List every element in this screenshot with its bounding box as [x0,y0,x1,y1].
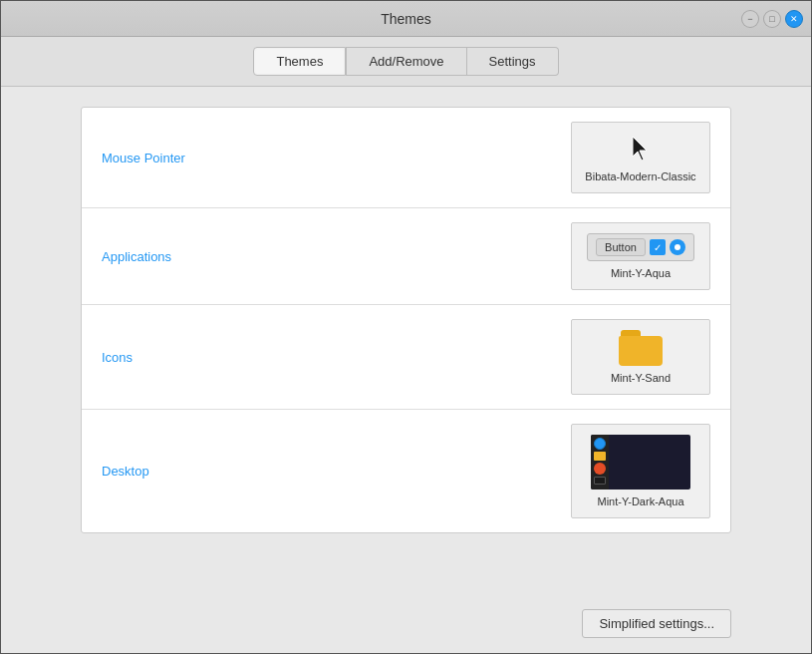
desktop-preview[interactable]: Mint-Y-Dark-Aqua [571,424,710,518]
taskbar-app-icon [594,463,606,475]
simplified-settings-button[interactable]: Simplified settings... [582,609,731,638]
applications-theme-name: Mint-Y-Aqua [611,267,671,279]
folder-icon [619,330,663,366]
desktop-taskbar [591,435,609,490]
window-title: Themes [381,11,431,27]
table-row: Desktop Mint-Y-Dark-Aqua [82,410,730,532]
tab-add-remove[interactable]: Add/Remove [346,47,466,76]
maximize-button[interactable]: □ [763,10,781,28]
bottom-actions: Simplified settings... [1,594,811,653]
radio-inner [675,244,680,250]
icons-label[interactable]: Icons [102,350,571,365]
table-row: Mouse Pointer Bibata-Modern-Classic [82,108,730,208]
folder-body [619,336,663,366]
desktop-preview-img [591,435,690,490]
titlebar: Themes − □ ✕ [1,1,811,37]
preview-radio [670,239,685,255]
theme-table: Mouse Pointer Bibata-Modern-Classic Appl… [81,107,731,533]
applications-label[interactable]: Applications [102,249,571,264]
minimize-button[interactable]: − [741,10,759,28]
table-row: Applications Button ✓ Mint-Y-Aqua [82,208,730,305]
icons-preview[interactable]: Mint-Y-Sand [571,319,710,395]
desktop-theme-name: Mint-Y-Dark-Aqua [597,495,683,507]
applications-preview[interactable]: Button ✓ Mint-Y-Aqua [571,222,710,290]
taskbar-terminal-icon [594,477,606,485]
preview-checkbox: ✓ [650,239,666,255]
icons-theme-name: Mint-Y-Sand [611,372,671,384]
preview-button: Button [596,238,646,256]
tab-bar: Themes Add/Remove Settings [1,37,811,87]
taskbar-folder-icon [594,452,606,461]
tab-settings[interactable]: Settings [467,47,559,76]
close-button[interactable]: ✕ [785,10,803,28]
mouse-pointer-label[interactable]: Mouse Pointer [102,151,571,165]
content-area: Mouse Pointer Bibata-Modern-Classic Appl… [1,87,811,594]
window: Themes − □ ✕ Themes Add/Remove Settings … [0,0,812,654]
app-widget-preview: Button ✓ [587,233,694,261]
desktop-label[interactable]: Desktop [102,464,571,479]
table-row: Icons Mint-Y-Sand [82,305,730,410]
mouse-pointer-preview[interactable]: Bibata-Modern-Classic [571,122,710,193]
cursor-svg-icon [629,135,653,163]
mint-logo-icon [594,438,606,450]
cursor-icon [627,133,655,164]
window-controls: − □ ✕ [741,10,803,28]
mouse-pointer-theme-name: Bibata-Modern-Classic [585,170,695,182]
tab-themes[interactable]: Themes [253,47,346,76]
